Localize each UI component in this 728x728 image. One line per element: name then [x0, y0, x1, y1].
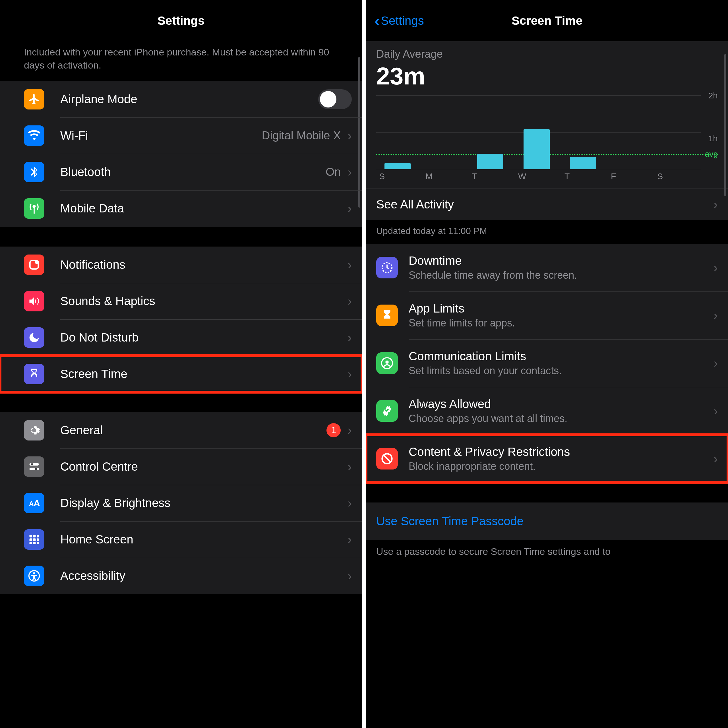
app-limits-row[interactable]: App Limits Set time limits for apps. › [366, 292, 728, 339]
comm-limits-title: Communication Limits [408, 350, 710, 363]
always-allowed-sub: Choose apps you want at all times. [408, 413, 710, 425]
chevron-icon: › [714, 260, 718, 275]
bar-sun [384, 163, 410, 169]
airplane-mode-row[interactable]: Airplane Mode [0, 81, 362, 118]
always-allowed-title: Always Allowed [408, 397, 710, 411]
display-row[interactable]: AA Display & Brightness › [0, 485, 362, 521]
svg-rect-14 [29, 542, 32, 544]
svg-rect-15 [33, 542, 35, 544]
chevron-icon: › [347, 201, 352, 216]
content-privacy-title: Content & Privacy Restrictions [408, 445, 710, 459]
updated-label: Updated today at 11:00 PM [366, 220, 728, 244]
mobile-data-label: Mobile Data [60, 202, 124, 215]
general-row[interactable]: General 1 › [0, 412, 362, 448]
svg-text:A: A [34, 498, 40, 508]
alerts-group: Notifications › Sounds & Haptics › Do No… [0, 246, 362, 392]
back-button[interactable]: ‹ Settings [375, 13, 424, 28]
bluetooth-row[interactable]: Bluetooth On › [0, 154, 362, 190]
dnd-label: Do Not Disturb [60, 331, 139, 344]
daily-average-value: 23m [376, 62, 718, 90]
page-title: Screen Time [512, 14, 583, 28]
section-spacer [366, 483, 728, 503]
svg-rect-11 [29, 538, 32, 541]
moon-icon [24, 327, 44, 348]
communication-limits-row[interactable]: Communication Limits Set limits based on… [366, 339, 728, 387]
promo-note: Included with your recent iPhone purchas… [0, 41, 362, 81]
wifi-row[interactable]: Wi-Fi Digital Mobile X › [0, 118, 362, 154]
chevron-icon: › [347, 496, 352, 510]
downtime-sub: Schedule time away from the screen. [408, 269, 710, 281]
svg-rect-8 [29, 535, 32, 537]
bar-tue [477, 154, 503, 169]
always-allowed-row[interactable]: Always Allowed Choose apps you want at a… [366, 387, 728, 435]
accessibility-label: Accessibility [60, 569, 125, 583]
home-screen-row[interactable]: Home Screen › [0, 521, 362, 558]
downtime-row[interactable]: Downtime Schedule time away from the scr… [366, 244, 728, 292]
notifications-label: Notifications [60, 258, 125, 272]
back-label: Settings [381, 14, 424, 28]
connectivity-group: Airplane Mode Wi-Fi Digital Mobile X › B… [0, 81, 362, 226]
general-badge: 1 [326, 423, 341, 437]
mobile-data-row[interactable]: Mobile Data › [0, 190, 362, 226]
svg-point-18 [33, 572, 35, 574]
svg-rect-16 [37, 542, 39, 544]
screen-time-screen: ‹ Settings Screen Time Daily Average 23m… [366, 0, 728, 728]
daily-average-label: Daily Average [376, 48, 718, 60]
chevron-icon: › [347, 330, 352, 345]
antenna-icon [24, 198, 44, 219]
notifications-row[interactable]: Notifications › [0, 246, 362, 283]
chevron-left-icon: ‹ [375, 13, 380, 28]
chevron-icon: › [714, 404, 718, 418]
usage-summary: Daily Average 23m 2h 1h avg S M T W [366, 41, 728, 188]
see-all-activity-row[interactable]: See All Activity › [366, 188, 728, 220]
svg-rect-10 [37, 535, 39, 537]
display-label: Display & Brightness [60, 496, 171, 510]
speaker-icon [24, 291, 44, 311]
accessibility-icon [24, 566, 44, 586]
airplane-label: Airplane Mode [60, 92, 138, 106]
sounds-row[interactable]: Sounds & Haptics › [0, 283, 362, 320]
bar-wed [523, 129, 549, 169]
content-privacy-sub: Block inappropriate content. [408, 460, 710, 473]
chevron-icon: › [347, 569, 352, 583]
home-screen-label: Home Screen [60, 533, 133, 546]
svg-line-23 [384, 456, 390, 462]
passcode-note: Use a passcode to secure Screen Time set… [366, 540, 728, 558]
svg-rect-12 [33, 538, 35, 541]
accessibility-row[interactable]: Accessibility › [0, 558, 362, 594]
downtime-title: Downtime [408, 254, 710, 268]
checkmark-seal-icon [376, 400, 398, 422]
gear-icon [24, 420, 44, 440]
svg-rect-3 [29, 468, 39, 470]
control-centre-row[interactable]: Control Centre › [0, 448, 362, 485]
wifi-icon [24, 125, 44, 146]
svg-rect-9 [33, 535, 35, 537]
chevron-icon: › [714, 197, 718, 211]
sounds-label: Sounds & Haptics [60, 294, 155, 308]
bluetooth-icon [24, 162, 44, 182]
svg-text:A: A [29, 500, 34, 508]
chevron-icon: › [347, 367, 352, 381]
app-limits-sub: Set time limits for apps. [408, 317, 710, 329]
svg-point-4 [31, 463, 33, 465]
grid-icon [24, 529, 44, 550]
use-passcode-link[interactable]: Use Screen Time Passcode [366, 503, 728, 540]
dnd-row[interactable]: Do Not Disturb › [0, 320, 362, 356]
chevron-icon: › [347, 294, 352, 308]
svg-point-21 [385, 360, 389, 364]
section-spacer [0, 226, 362, 246]
chart-avg-label: avg [705, 150, 718, 159]
limits-group: Downtime Schedule time away from the scr… [366, 244, 728, 483]
chevron-icon: › [714, 308, 718, 323]
scroll-indicator[interactable] [724, 54, 726, 196]
content-privacy-row[interactable]: Content & Privacy Restrictions Block ina… [366, 435, 728, 483]
passcode-link-label: Use Screen Time Passcode [376, 514, 523, 528]
clock-icon [376, 257, 398, 278]
svg-rect-2 [29, 463, 39, 465]
section-spacer [0, 392, 362, 412]
no-entry-icon [376, 448, 398, 470]
airplane-toggle[interactable] [318, 89, 352, 109]
svg-rect-13 [37, 538, 39, 541]
chart-bars [376, 95, 701, 169]
screen-time-row[interactable]: Screen Time › [0, 356, 362, 392]
